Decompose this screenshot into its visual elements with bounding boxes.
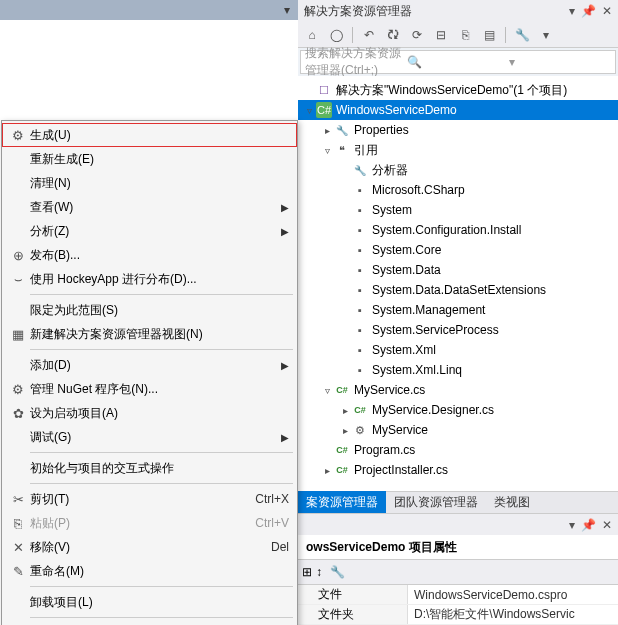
node-label: 分析器 <box>372 162 408 179</box>
menu-item[interactable]: ✂剪切(T)Ctrl+X <box>2 487 297 511</box>
copy-icon[interactable]: ⎘ <box>455 25 475 45</box>
menu-icon: ✿ <box>6 406 30 421</box>
home-icon[interactable]: ⌂ <box>302 25 322 45</box>
menu-item[interactable]: 限定为此范围(S) <box>2 298 297 322</box>
menu-icon: ✂ <box>6 492 30 507</box>
menu-item[interactable]: ⭷在文件资源管理器中打开文件夹(X) <box>2 621 297 625</box>
close-icon[interactable]: ✕ <box>602 4 612 18</box>
dropdown-icon[interactable]: ▾ <box>569 4 575 18</box>
panel-tab[interactable]: 类视图 <box>486 491 538 514</box>
tree-row[interactable]: Microsoft.CSharp <box>298 180 618 200</box>
node-icon <box>352 222 368 238</box>
dropdown-icon[interactable]: ▾ <box>536 25 556 45</box>
property-name: 文件夹 <box>298 605 408 624</box>
expander-icon[interactable]: ▸ <box>338 425 352 436</box>
sync-icon[interactable]: ⟳ <box>407 25 427 45</box>
menu-label: 重命名(M) <box>30 563 289 580</box>
wrench-icon[interactable]: 🔧 <box>330 565 345 579</box>
tree-row[interactable]: System.ServiceProcess <box>298 320 618 340</box>
properties-grid: 文件WindowsServiceDemo.cspro文件夹D:\智能柜文件\Wi… <box>298 585 618 625</box>
sort-icon[interactable]: ↕ <box>316 565 322 579</box>
tree-row[interactable]: System.Core <box>298 240 618 260</box>
solution-tree[interactable]: 解决方案"WindowsServiceDemo"(1 个项目)▿C#Window… <box>298 76 618 491</box>
node-icon <box>352 322 368 338</box>
menu-item[interactable]: ▦新建解决方案资源管理器视图(N) <box>2 322 297 346</box>
tree-row[interactable]: System.Configuration.Install <box>298 220 618 240</box>
menu-separator <box>30 294 293 295</box>
menu-item[interactable]: 初始化与项目的交互式操作 <box>2 456 297 480</box>
tree-row[interactable]: System <box>298 200 618 220</box>
tree-row[interactable]: 解决方案"WindowsServiceDemo"(1 个项目) <box>298 80 618 100</box>
node-label: System.Core <box>372 243 441 257</box>
node-label: System.Data.DataSetExtensions <box>372 283 546 297</box>
search-placeholder: 搜索解决方案资源管理器(Ctrl+;) <box>305 45 407 79</box>
node-icon <box>352 242 368 258</box>
menu-item[interactable]: ⚙生成(U) <box>2 123 297 147</box>
panel-tab[interactable]: 团队资源管理器 <box>386 491 486 514</box>
menu-label: 使用 HockeyApp 进行分布(D)... <box>30 271 289 288</box>
node-label: Program.cs <box>354 443 415 457</box>
expander-icon[interactable]: ▿ <box>302 105 316 116</box>
tree-row[interactable]: System.Xml.Linq <box>298 360 618 380</box>
pin-icon[interactable]: 📌 <box>581 4 596 18</box>
node-icon <box>334 442 350 458</box>
dropdown-icon[interactable]: ▾ <box>569 518 575 532</box>
menu-item[interactable]: ⌣使用 HockeyApp 进行分布(D)... <box>2 267 297 291</box>
menu-item[interactable]: 查看(W)▶ <box>2 195 297 219</box>
tree-row[interactable]: ▸Properties <box>298 120 618 140</box>
tree-row[interactable]: ▿C#WindowsServiceDemo <box>298 100 618 120</box>
menu-icon: ✎ <box>6 564 30 579</box>
close-icon[interactable]: ✕ <box>602 518 612 532</box>
tree-row[interactable]: ▸MyService <box>298 420 618 440</box>
search-input[interactable]: 搜索解决方案资源管理器(Ctrl+;) 🔍 ▾ <box>300 50 616 74</box>
property-value[interactable]: WindowsServiceDemo.cspro <box>408 585 618 604</box>
collapse-icon[interactable]: ⊟ <box>431 25 451 45</box>
menu-item[interactable]: 重新生成(E) <box>2 147 297 171</box>
tree-row[interactable]: 分析器 <box>298 160 618 180</box>
properties-header: ▾ 📌 ✕ <box>298 513 618 535</box>
nav-back-icon[interactable]: ↶ <box>359 25 379 45</box>
menu-item[interactable]: ⚙管理 NuGet 程序包(N)... <box>2 377 297 401</box>
back-icon[interactable]: ◯ <box>326 25 346 45</box>
tree-row[interactable]: ▸MyService.Designer.cs <box>298 400 618 420</box>
property-row[interactable]: 文件夹D:\智能柜文件\WindowsServic <box>298 605 618 625</box>
node-icon <box>352 362 368 378</box>
menu-item[interactable]: 清理(N) <box>2 171 297 195</box>
dropdown-icon[interactable]: ▾ <box>509 55 611 69</box>
property-value[interactable]: D:\智能柜文件\WindowsServic <box>408 605 618 624</box>
menu-item[interactable]: ✕移除(V)Del <box>2 535 297 559</box>
node-icon <box>352 202 368 218</box>
showall-icon[interactable]: ▤ <box>479 25 499 45</box>
node-label: MyService.cs <box>354 383 425 397</box>
tree-row[interactable]: System.Data.DataSetExtensions <box>298 280 618 300</box>
tree-row[interactable]: Program.cs <box>298 440 618 460</box>
tree-row[interactable]: System.Data <box>298 260 618 280</box>
menu-item[interactable]: 调试(G)▶ <box>2 425 297 449</box>
expander-icon[interactable]: ▿ <box>320 145 334 156</box>
pin-icon[interactable]: 📌 <box>581 518 596 532</box>
expander-icon[interactable]: ▿ <box>320 385 334 396</box>
menu-item[interactable]: ✎重命名(M) <box>2 559 297 583</box>
tree-row[interactable]: ▿MyService.cs <box>298 380 618 400</box>
refresh-icon[interactable]: 🗘 <box>383 25 403 45</box>
properties-icon[interactable]: 🔧 <box>512 25 532 45</box>
menu-item[interactable]: 卸载项目(L) <box>2 590 297 614</box>
menu-item[interactable]: ⊕发布(B)... <box>2 243 297 267</box>
node-label: System.Xml <box>372 343 436 357</box>
dropdown-arrow-icon[interactable]: ▾ <box>284 3 290 17</box>
panel-tab[interactable]: 案资源管理器 <box>298 491 386 514</box>
tree-row[interactable]: System.Management <box>298 300 618 320</box>
submenu-arrow-icon: ▶ <box>277 226 289 237</box>
categorize-icon[interactable]: ⊞ <box>302 565 312 579</box>
menu-item[interactable]: 分析(Z)▶ <box>2 219 297 243</box>
expander-icon[interactable]: ▸ <box>320 465 334 476</box>
expander-icon[interactable]: ▸ <box>338 405 352 416</box>
menu-item[interactable]: ✿设为启动项目(A) <box>2 401 297 425</box>
expander-icon[interactable]: ▸ <box>320 125 334 136</box>
menu-item[interactable]: 添加(D)▶ <box>2 353 297 377</box>
tree-row[interactable]: System.Xml <box>298 340 618 360</box>
property-row[interactable]: 文件WindowsServiceDemo.cspro <box>298 585 618 605</box>
tree-row[interactable]: ▸ProjectInstaller.cs <box>298 460 618 480</box>
tree-row[interactable]: ▿引用 <box>298 140 618 160</box>
node-label: System.ServiceProcess <box>372 323 499 337</box>
